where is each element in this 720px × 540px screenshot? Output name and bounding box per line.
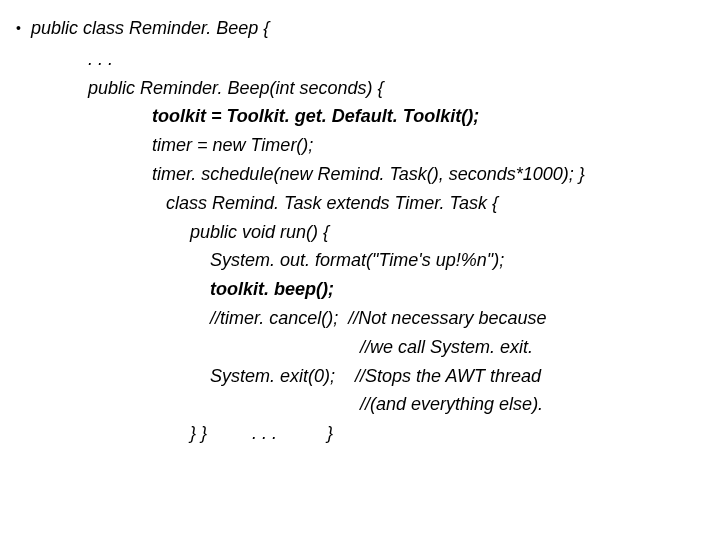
- line-2: public Reminder. Beep(int seconds) {: [10, 74, 710, 103]
- line-12: System. exit(0); //Stops the AWT thread: [10, 362, 710, 391]
- line-14: } } . . . }: [10, 419, 710, 448]
- line-8: System. out. format("Time's up!%n");: [10, 246, 710, 275]
- line-6: class Remind. Task extends Timer. Task {: [10, 189, 710, 218]
- line-5: timer. schedule(new Remind. Task(), seco…: [10, 160, 710, 189]
- line-1: . . .: [10, 45, 710, 74]
- code-slide: • public class Reminder. Beep { . . . pu…: [0, 0, 720, 458]
- line-11: //we call System. exit.: [10, 333, 710, 362]
- line-10: //timer. cancel(); //Not necessary becau…: [10, 304, 710, 333]
- bullet-icon: •: [16, 14, 21, 42]
- line-0: • public class Reminder. Beep {: [10, 14, 710, 43]
- line-13: //(and everything else).: [10, 390, 710, 419]
- line-4: timer = new Timer();: [10, 131, 710, 160]
- line-7: public void run() {: [10, 218, 710, 247]
- line-3: toolkit = Toolkit. get. Default. Toolkit…: [10, 102, 710, 131]
- line-9: toolkit. beep();: [10, 275, 710, 304]
- code-text: public class Reminder. Beep {: [31, 14, 269, 43]
